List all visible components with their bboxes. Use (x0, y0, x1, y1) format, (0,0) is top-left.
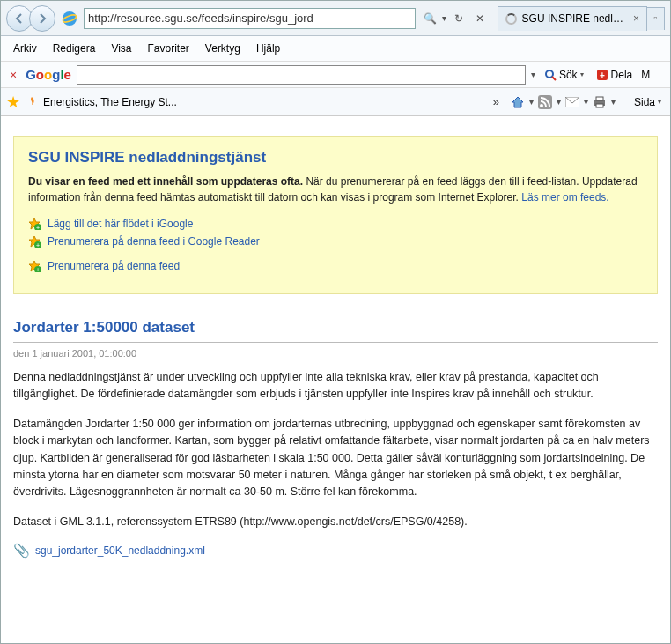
search-dropdown-icon[interactable]: ▾ (442, 13, 446, 23)
toolbar-close-button[interactable]: × (6, 68, 20, 82)
google-search-input[interactable] (77, 65, 526, 85)
svg-rect-6 (538, 95, 552, 109)
feed-description: Du visar en feed med ett innehåll som up… (28, 174, 643, 205)
browser-tab[interactable]: SGU INSPIRE nedlad... × (498, 6, 647, 31)
home-dropdown[interactable]: ▾ (529, 97, 534, 107)
overflow-chevron-icon[interactable]: » (493, 95, 499, 108)
feeds-dropdown[interactable]: ▾ (557, 97, 561, 107)
entry-paragraph-2: Datamängden Jordarter 1:50 000 ger infor… (13, 416, 658, 501)
google-toolbar: × Google ▾ Sök ▾ + Dela M (1, 62, 670, 88)
page-menu-button[interactable]: Sida ▾ (630, 94, 665, 110)
entry-paragraph-1: Denna nedladdningstjänst är under utveck… (13, 369, 658, 403)
menu-arkiv[interactable]: Arkiv (6, 40, 44, 57)
refresh-icon[interactable]: ↻ (450, 10, 468, 27)
entry-paragraph-3: Dataset i GML 3.1.1, referenssystem ETRS… (13, 514, 658, 530)
feed-entry: Jordarter 1:50000 dataset den 1 januari … (13, 319, 658, 559)
subscribe-feed-link[interactable]: Prenumerera på denna feed (48, 260, 180, 272)
feed-link-subscribe-row: + Prenumerera på denna feed (28, 260, 643, 272)
loading-spinner-icon (505, 13, 517, 25)
stop-icon[interactable]: ✕ (471, 10, 489, 27)
mail-button[interactable] (564, 94, 580, 110)
feeds-button[interactable] (537, 94, 553, 110)
share-icon: + (596, 69, 608, 81)
subscribe-greader-link[interactable]: Prenumerera på denna feed i Google Reade… (48, 235, 260, 248)
svg-point-2 (546, 70, 553, 78)
entry-separator (13, 342, 658, 343)
google-logo: Google (26, 67, 71, 82)
add-to-igoogle-link[interactable]: Lägg till det här flödet i iGoogle (48, 218, 193, 230)
feed-link-igoogle-row: + Lägg till det här flödet i iGoogle (28, 218, 643, 230)
favorites-bar: ★ Energistics, The Energy St... » ▾ ▾ ▾ … (1, 88, 670, 116)
feed-info-box: SGU INSPIRE nedladdningstjänst Du visar … (13, 136, 658, 294)
svg-rect-11 (596, 104, 603, 107)
google-dela-button[interactable]: + Dela (593, 67, 637, 83)
page-menu-label: Sida (634, 96, 655, 108)
svg-rect-10 (596, 97, 603, 100)
printer-icon (593, 95, 607, 109)
google-dela-label: Dela (611, 69, 633, 81)
add-star-icon: + (28, 260, 41, 272)
svg-text:+: + (600, 70, 605, 80)
favorites-star-icon[interactable]: ★ (6, 93, 20, 112)
entry-body: Denna nedladdningstjänst är under utveck… (13, 369, 658, 530)
add-star-icon: + (28, 218, 41, 230)
feed-link-greader-row: + Prenumerera på denna feed i Google Rea… (28, 235, 643, 248)
attachment-link[interactable]: sgu_jordarter_50K_nedladdning.xml (35, 544, 205, 557)
print-button[interactable] (592, 94, 608, 110)
svg-line-3 (552, 77, 556, 80)
menu-redigera[interactable]: Redigera (46, 40, 103, 57)
home-icon (511, 95, 525, 109)
tab-title: SGU INSPIRE nedlad... (522, 12, 628, 25)
learn-more-link[interactable]: Läs mer om feeds. (521, 191, 608, 204)
mail-dropdown[interactable]: ▾ (584, 97, 588, 107)
menu-verktyg[interactable]: Verktyg (198, 40, 247, 57)
google-more-truncated: M (641, 69, 650, 81)
feed-title: SGU INSPIRE nedladdningstjänst (28, 149, 643, 167)
search-icon (544, 69, 557, 81)
print-dropdown[interactable]: ▾ (611, 97, 616, 107)
url-input[interactable] (84, 8, 416, 29)
paperclip-icon: 📎 (13, 543, 30, 559)
address-bar: 🔍 ▾ ↻ ✕ SGU INSPIRE nedlad... × ▫ (1, 1, 670, 36)
new-tab-button[interactable]: ▫ (647, 7, 665, 30)
tab-strip: SGU INSPIRE nedlad... × ▫ (498, 6, 665, 31)
toolbar-divider (623, 93, 623, 111)
svg-point-7 (540, 104, 543, 107)
feed-action-links: + Lägg till det här flödet i iGoogle + P… (28, 218, 643, 272)
add-star-icon: + (28, 235, 41, 248)
svg-text:+: + (36, 267, 40, 272)
entry-title-link[interactable]: Jordarter 1:50000 dataset (13, 319, 658, 337)
menu-hjalp[interactable]: Hjälp (249, 40, 287, 57)
ie-logo-icon (61, 10, 78, 27)
menu-favoriter[interactable]: Favoriter (141, 40, 196, 57)
google-sok-button[interactable]: Sök ▾ (541, 67, 587, 83)
home-button[interactable] (510, 94, 526, 110)
google-sok-label: Sök (559, 69, 578, 81)
flame-icon (26, 96, 38, 108)
feed-desc-bold: Du visar en feed med ett innehåll som up… (28, 175, 303, 188)
rss-icon (538, 95, 552, 109)
google-search-dropdown[interactable]: ▾ (531, 70, 535, 79)
forward-button[interactable] (29, 5, 55, 32)
bookmark-label: Energistics, The Energy St... (43, 96, 177, 108)
search-icon[interactable]: 🔍 (421, 10, 439, 27)
tab-close-button[interactable]: × (633, 12, 639, 25)
entry-date: den 1 januari 2001, 01:00:00 (13, 348, 658, 359)
entry-attachment: 📎 sgu_jordarter_50K_nedladdning.xml (13, 543, 658, 559)
svg-text:+: + (36, 242, 40, 248)
menu-visa[interactable]: Visa (104, 40, 138, 57)
bookmark-energistics[interactable]: Energistics, The Energy St... (26, 96, 177, 108)
svg-text:+: + (36, 225, 40, 230)
mail-icon (565, 97, 579, 107)
page-content: SGU INSPIRE nedladdningstjänst Du visar … (1, 116, 670, 644)
menu-bar: Arkiv Redigera Visa Favoriter Verktyg Hj… (1, 36, 670, 62)
